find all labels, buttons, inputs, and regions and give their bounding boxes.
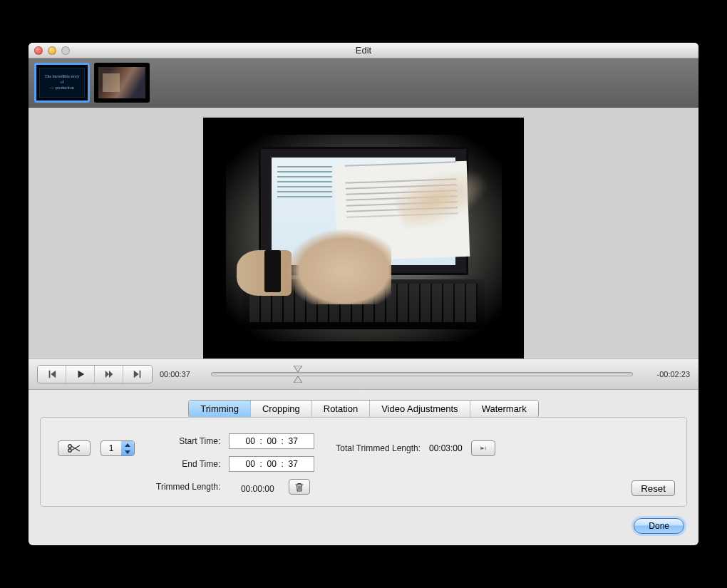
- playhead-marker[interactable]: [290, 366, 306, 383]
- tab-trimming[interactable]: Trimming: [189, 401, 251, 417]
- play-button[interactable]: [66, 366, 95, 383]
- edit-tabs: Trimming Cropping Rotation Video Adjustm…: [29, 390, 698, 418]
- clip-thumbnail-strip: The incredible storyof— production: [29, 58, 698, 108]
- trimmed-length-label: Trimmed Length:: [156, 482, 220, 492]
- tab-rotation[interactable]: Rotation: [312, 401, 370, 417]
- stepper-up-icon[interactable]: [121, 441, 134, 448]
- trimmed-length-value: 00:00:00: [229, 484, 286, 494]
- skip-start-button[interactable]: [38, 366, 66, 383]
- fast-forward-button[interactable]: [95, 366, 123, 383]
- scissors-icon: [67, 444, 81, 453]
- svg-point-2: [68, 445, 71, 448]
- skip-end-button[interactable]: [123, 366, 152, 383]
- end-time-label: End Time:: [156, 459, 220, 469]
- window-title: Edit: [29, 45, 698, 56]
- trimming-panel: 1 Start Time: End Time: Trimmed Length: …: [40, 417, 687, 507]
- start-time-label: Start Time:: [156, 436, 220, 446]
- clip-thumbnail-2[interactable]: [94, 63, 150, 103]
- titlebar: Edit: [29, 43, 698, 58]
- dialog-footer: Done: [29, 514, 698, 545]
- current-time-label: 00:00:37: [160, 370, 204, 378]
- tab-watermark[interactable]: Watermark: [470, 401, 538, 417]
- end-time-input[interactable]: [229, 456, 314, 472]
- minimize-window-button[interactable]: [48, 46, 56, 55]
- total-trimmed-value: 00:03:00: [429, 443, 463, 453]
- remaining-time-label: -00:02:23: [640, 370, 690, 378]
- tab-video-adjustments[interactable]: Video Adjustments: [370, 401, 470, 417]
- window-controls: [34, 46, 70, 55]
- reset-button[interactable]: Reset: [631, 480, 675, 496]
- zoom-window-button[interactable]: [61, 46, 70, 55]
- svg-marker-1: [294, 376, 302, 383]
- segment-stepper[interactable]: 1: [100, 440, 135, 456]
- start-time-input[interactable]: [229, 433, 314, 449]
- stepper-down-icon[interactable]: [121, 448, 134, 455]
- segment-value: 1: [101, 441, 121, 455]
- video-preview[interactable]: [203, 118, 524, 359]
- playhead-slider[interactable]: [211, 367, 633, 381]
- preview-frame-content: [226, 135, 502, 342]
- cut-button[interactable]: [58, 440, 91, 456]
- close-window-button[interactable]: [34, 46, 43, 55]
- thumbnail-caption: The incredible storyof— production: [45, 74, 79, 91]
- total-trimmed-label: Total Trimmed Length:: [336, 443, 421, 453]
- play-range-icon: [480, 444, 486, 453]
- clip-thumbnail-1[interactable]: The incredible storyof— production: [34, 63, 90, 103]
- preview-trim-button[interactable]: [471, 440, 495, 456]
- tab-cropping[interactable]: Cropping: [251, 401, 312, 417]
- transport-controls: [37, 365, 153, 383]
- video-preview-area: 00:00:37 -00:02:23: [29, 108, 698, 390]
- svg-point-3: [68, 449, 71, 452]
- delete-segment-button[interactable]: [289, 479, 310, 495]
- trash-icon: [295, 483, 304, 492]
- edit-window: Edit The incredible storyof— production: [29, 43, 698, 545]
- playback-bar: 00:00:37 -00:02:23: [29, 359, 698, 390]
- svg-marker-0: [294, 366, 302, 372]
- done-button[interactable]: Done: [634, 518, 684, 534]
